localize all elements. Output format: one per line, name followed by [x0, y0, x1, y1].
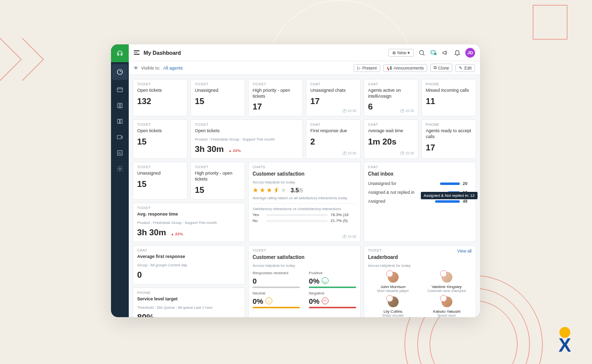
inbox-row: Assigned & not replied in12: [368, 190, 472, 195]
svg-rect-4: [117, 136, 121, 139]
nav-settings-icon[interactable]: [111, 161, 129, 177]
svg-point-3: [119, 104, 121, 106]
main-area: My Dashboard ⊕ New ▾ JD 👁 Visible to: Al…: [129, 44, 480, 317]
page-title: My Dashboard: [144, 50, 181, 56]
star-icon: ★: [259, 186, 265, 194]
nav-dashboard-icon[interactable]: [112, 64, 128, 80]
svg-point-6: [119, 168, 121, 170]
inbox-row: Assigned48: [368, 199, 472, 204]
metric-card[interactable]: CHATAgents active on intelliAssign6🕐 10:…: [364, 79, 418, 116]
nav-campaigns-icon[interactable]: [111, 129, 129, 145]
chat-inbox-card[interactable]: CHAT Chat inbox Unassigned for20 Assigne…: [364, 162, 476, 242]
nav-inbox-icon[interactable]: [111, 82, 129, 98]
deco-brand-logo: X: [555, 327, 575, 352]
sad-face-icon: ◠: [322, 297, 329, 304]
user-avatar[interactable]: JD: [465, 48, 475, 58]
clone-button[interactable]: ⧉ Clone: [430, 64, 452, 72]
view-all-link[interactable]: View all: [457, 249, 472, 254]
metric-card[interactable]: TICKETAvg. response timeProduct : Freshd…: [133, 203, 245, 242]
happy-face-icon: ◡: [322, 277, 329, 284]
chat-status-icon[interactable]: [430, 49, 438, 57]
inbox-row: Unassigned for20: [368, 181, 472, 186]
metric-card[interactable]: TICKETHigh priority - open tickets17: [248, 79, 303, 116]
csat-ticket-card[interactable]: TICKET Customer satisfaction Across help…: [248, 245, 361, 317]
star-half-icon: ⯨: [273, 186, 280, 194]
clock-icon: 🕐 10:30: [400, 109, 414, 113]
leader-item[interactable]: Lily CollinsSharp shooter: [368, 296, 418, 317]
neutral-face-icon: –: [265, 297, 272, 304]
search-icon[interactable]: [418, 49, 426, 57]
svg-point-7: [419, 50, 423, 54]
svg-point-9: [434, 53, 437, 55]
visibility-icon: 👁: [134, 66, 138, 71]
subbar: 👁 Visible to: All agents ▷ Present 📢 Ann…: [129, 61, 480, 75]
bar-row: Yes78.3% (18: [253, 213, 356, 217]
leader-item[interactable]: John MorrisonMost valuable player: [368, 272, 418, 292]
star-empty-icon: ★: [281, 186, 287, 194]
avatar-icon: [388, 272, 399, 283]
new-button[interactable]: ⊕ New ▾: [388, 49, 414, 57]
metric-card[interactable]: CHATUnassigned chats17🕐 10:30: [306, 79, 361, 116]
app-logo-icon[interactable]: [111, 44, 129, 62]
svg-rect-1: [117, 88, 123, 92]
clock-icon: 🕐 10:30: [342, 151, 356, 155]
app-window: My Dashboard ⊕ New ▾ JD 👁 Visible to: Al…: [111, 44, 480, 317]
metric-card[interactable]: PHONEService level targetThreshold : 30s…: [133, 288, 245, 317]
present-button[interactable]: ▷ Present: [354, 64, 380, 72]
bar-row: No21.7% (5): [253, 218, 356, 223]
trend-up-icon: 22%: [228, 148, 241, 153]
visibility-label: Visible to:: [141, 66, 160, 71]
leaderboard-card[interactable]: TICKET View all Leaderboard Across helpd…: [364, 245, 476, 317]
announcements-button[interactable]: 📢 Announcements: [383, 64, 427, 72]
metric-card[interactable]: TICKETOpen tickets132: [133, 79, 187, 116]
metric-card[interactable]: PHONEAgents ready to accept calls17: [421, 119, 476, 159]
megaphone-icon[interactable]: [442, 49, 449, 57]
bell-icon[interactable]: [453, 49, 461, 57]
avatar-icon: [388, 296, 399, 307]
sidebar: [111, 44, 129, 317]
deco-chevrons: [0, 25, 59, 94]
deco-square: [533, 5, 567, 39]
svg-point-0: [117, 70, 123, 75]
leader-item[interactable]: Valdimir KingsleyCustomer wow champion: [422, 272, 472, 292]
clock-icon: 🕐 10:30: [342, 109, 356, 113]
nav-knowledge-icon[interactable]: [111, 113, 129, 129]
metric-card[interactable]: TICKETHigh priority - open tickets15: [190, 162, 245, 199]
edit-button[interactable]: ✎ Edit: [455, 64, 475, 72]
star-icon: ★: [253, 186, 259, 194]
clock-icon: 🕐 10:30: [400, 151, 414, 155]
nav-contacts-icon[interactable]: [111, 98, 129, 113]
avatar-icon: [442, 296, 452, 307]
trend-up-icon: 22%: [171, 232, 183, 236]
star-rating: ★★★⯨★ 3.5/5: [253, 186, 356, 194]
metric-card[interactable]: CHATAverage first responseGroup : All gr…: [133, 245, 245, 285]
menu-icon[interactable]: [134, 49, 140, 56]
visibility-link[interactable]: All agents: [163, 66, 183, 71]
nav-reports-icon[interactable]: [111, 145, 129, 161]
clock-icon: 🕐 10:30: [342, 235, 356, 239]
metric-card[interactable]: CHATAverage wait time1m 20s🕐 10:30: [364, 119, 418, 159]
dashboard-grid: TICKETOpen tickets132 TICKETUnassigned15…: [129, 75, 480, 317]
leader-item[interactable]: Kabuto YakushiSpeed racer: [422, 296, 472, 317]
trend-up-icon: 22%: [158, 317, 171, 317]
metric-card[interactable]: TICKETOpen tickets15: [133, 119, 187, 159]
metric-card[interactable]: CHATFirst response due2🕐 10:30: [306, 119, 361, 159]
topbar: My Dashboard ⊕ New ▾ JD: [129, 44, 480, 61]
metric-card[interactable]: TICKETUnassigned15: [190, 79, 245, 116]
metric-card[interactable]: TICKETOpen ticketsProduct : Freshdesk Gr…: [190, 119, 303, 159]
metric-card[interactable]: PHONEMissed incoming calls11: [421, 79, 476, 116]
metric-card[interactable]: TICKETUnassigned15: [133, 162, 187, 199]
csat-card[interactable]: CHATS Customer satisfaction Across helpd…: [248, 162, 361, 242]
star-icon: ★: [266, 186, 272, 194]
avatar-icon: [442, 272, 452, 283]
